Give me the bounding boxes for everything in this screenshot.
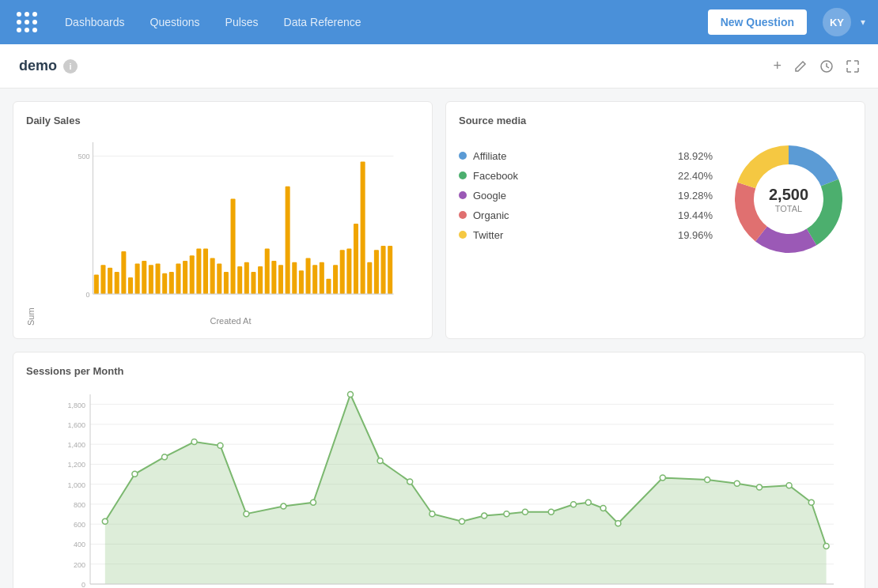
svg-text:800: 800 — [74, 501, 85, 509]
title-actions: + — [773, 58, 859, 74]
nav-data-reference[interactable]: Data Reference — [273, 9, 373, 35]
svg-point-5 — [32, 20, 37, 24]
line-chart-inner: 02004006008001,0001,2001,4001,6001,800De… — [40, 386, 852, 588]
legend-row: Affiliate 18.92% — [459, 150, 713, 162]
app-header: Dashboards Questions Pulses Data Referen… — [0, 0, 878, 44]
svg-rect-29 — [156, 264, 161, 294]
info-icon[interactable]: i — [63, 59, 78, 74]
legend-row: Organic 19.44% — [459, 209, 713, 221]
legend-name: Twitter — [473, 229, 672, 241]
svg-rect-62 — [381, 246, 386, 294]
svg-rect-36 — [203, 248, 208, 294]
line-point — [522, 509, 528, 514]
svg-rect-42 — [244, 262, 249, 294]
svg-rect-49 — [292, 262, 297, 294]
line-point — [615, 521, 621, 526]
user-avatar[interactable]: KY — [823, 8, 851, 36]
svg-rect-61 — [374, 250, 379, 294]
svg-rect-57 — [346, 248, 351, 294]
legend-pct: 19.28% — [678, 190, 713, 202]
source-content: Affiliate 18.92% Facebook 22.40% Google … — [459, 136, 852, 262]
legend-row: Facebook 22.40% — [459, 170, 713, 182]
line-point — [281, 503, 286, 509]
daily-sales-card: Daily Sales Sum 05001,0002,0002,000 Crea… — [13, 101, 433, 339]
bar-chart-svg: 05001,0002,0002,000 — [42, 136, 419, 310]
add-card-button[interactable]: + — [773, 58, 781, 74]
svg-point-4 — [25, 20, 29, 24]
history-button[interactable] — [819, 59, 834, 74]
line-point — [244, 511, 249, 517]
line-point — [311, 499, 316, 505]
svg-text:600: 600 — [74, 521, 85, 529]
svg-rect-37 — [210, 258, 215, 294]
svg-rect-60 — [367, 262, 372, 294]
legend-dot — [459, 211, 467, 219]
line-point — [460, 518, 465, 524]
svg-rect-38 — [217, 264, 221, 294]
svg-rect-26 — [135, 264, 140, 294]
svg-rect-21 — [100, 265, 105, 294]
svg-rect-51 — [306, 258, 311, 294]
svg-rect-63 — [388, 246, 392, 294]
legend-dot — [459, 191, 467, 199]
line-point — [585, 499, 591, 505]
user-dropdown-icon[interactable]: ▾ — [861, 17, 865, 28]
svg-rect-45 — [265, 248, 270, 294]
svg-point-2 — [32, 12, 37, 17]
nav-questions[interactable]: Questions — [139, 9, 211, 35]
nav-pulses[interactable]: Pulses — [214, 9, 270, 35]
svg-rect-40 — [231, 199, 236, 294]
legend-pct: 19.44% — [678, 209, 713, 221]
legend-pct: 18.92% — [678, 150, 713, 162]
svg-rect-58 — [354, 224, 358, 294]
svg-rect-55 — [333, 265, 338, 294]
line-point — [162, 454, 168, 460]
line-point — [786, 483, 792, 488]
legend-name: Facebook — [473, 170, 672, 182]
bar-chart-inner: 05001,0002,0002,000 Created At — [42, 136, 419, 326]
line-point — [734, 481, 740, 486]
svg-rect-54 — [326, 279, 331, 294]
svg-rect-24 — [121, 251, 126, 294]
svg-rect-28 — [149, 265, 153, 294]
new-question-button[interactable]: New Question — [708, 9, 807, 35]
svg-rect-23 — [115, 272, 119, 294]
svg-point-7 — [25, 28, 29, 32]
line-point — [407, 479, 413, 484]
legend-row: Google 19.28% — [459, 190, 713, 202]
svg-rect-32 — [176, 264, 180, 294]
svg-text:400: 400 — [74, 541, 85, 548]
svg-rect-50 — [299, 270, 304, 294]
svg-rect-34 — [190, 255, 195, 294]
legend-pct: 19.96% — [678, 229, 713, 241]
fullscreen-button[interactable] — [846, 60, 859, 73]
svg-rect-46 — [271, 261, 276, 294]
line-chart-svg: 02004006008001,0001,2001,4001,6001,800De… — [40, 386, 852, 588]
line-chart-y-label: Sessions — [26, 386, 36, 588]
nav-dashboards[interactable]: Dashboards — [54, 9, 136, 35]
legend-pct: 22.40% — [678, 170, 713, 182]
daily-sales-title: Daily Sales — [26, 115, 419, 126]
bar-chart-x-label: Created At — [42, 316, 419, 326]
svg-rect-44 — [258, 266, 263, 294]
line-point — [102, 518, 108, 524]
legend-dot — [459, 152, 467, 160]
donut-total: 2,500 — [769, 186, 808, 204]
legend-dot — [459, 231, 467, 239]
svg-rect-53 — [320, 262, 324, 294]
svg-point-0 — [17, 12, 21, 17]
edit-button[interactable] — [794, 60, 807, 73]
svg-text:0: 0 — [85, 291, 89, 299]
line-point — [705, 477, 710, 483]
svg-text:1,000: 1,000 — [67, 481, 85, 489]
svg-rect-20 — [94, 275, 99, 294]
svg-rect-59 — [361, 161, 365, 294]
app-logo — [13, 8, 41, 36]
svg-point-8 — [32, 28, 37, 32]
svg-text:1,800: 1,800 — [67, 401, 85, 409]
bar-chart-container: Sum 05001,0002,0002,000 Created At — [26, 136, 419, 326]
line-point — [482, 513, 487, 518]
line-point — [218, 443, 223, 448]
main-nav: Dashboards Questions Pulses Data Referen… — [54, 9, 702, 35]
top-cards-row: Daily Sales Sum 05001,0002,0002,000 Crea… — [13, 101, 865, 339]
